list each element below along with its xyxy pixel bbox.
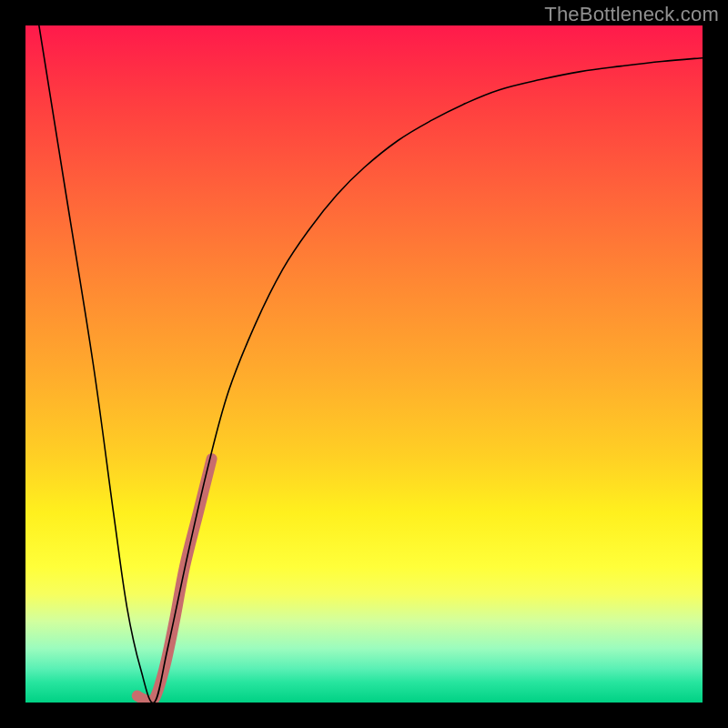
- pink-highlight-series: [137, 459, 212, 702]
- black-curve-series: [39, 25, 703, 703]
- watermark-text: TheBottleneck.com: [544, 3, 719, 26]
- chart-frame: TheBottleneck.com: [0, 0, 728, 728]
- plot-area: [25, 25, 703, 703]
- chart-svg: [25, 25, 703, 703]
